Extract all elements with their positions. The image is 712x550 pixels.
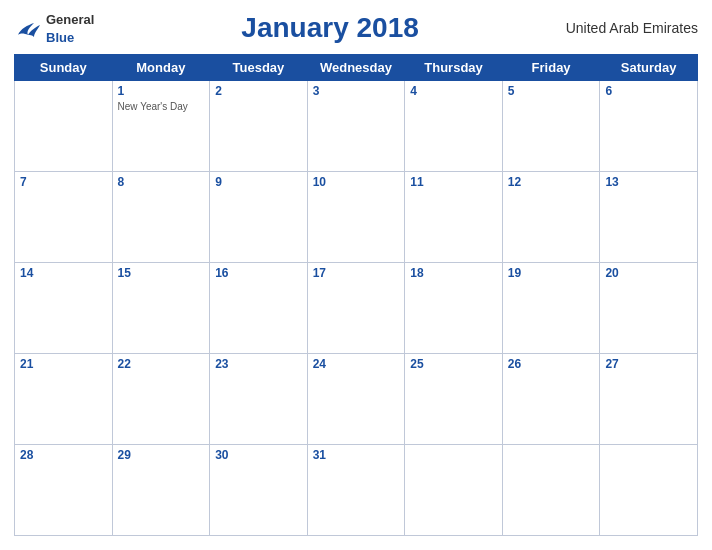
calendar-cell [502, 445, 600, 536]
calendar-week-1: 1New Year's Day23456 [15, 81, 698, 172]
day-number: 7 [20, 175, 107, 189]
day-number: 8 [118, 175, 205, 189]
calendar-cell: 21 [15, 354, 113, 445]
calendar-week-5: 28293031 [15, 445, 698, 536]
day-header-tuesday: Tuesday [210, 55, 308, 81]
calendar-cell: 1New Year's Day [112, 81, 210, 172]
calendar-cell: 19 [502, 263, 600, 354]
calendar-cell: 7 [15, 172, 113, 263]
logo-general: General [46, 12, 94, 27]
day-number: 9 [215, 175, 302, 189]
calendar-week-4: 21222324252627 [15, 354, 698, 445]
day-header-saturday: Saturday [600, 55, 698, 81]
day-number: 17 [313, 266, 400, 280]
day-number: 25 [410, 357, 497, 371]
calendar-cell: 27 [600, 354, 698, 445]
day-number: 3 [313, 84, 400, 98]
calendar-cell: 24 [307, 354, 405, 445]
calendar-cell: 8 [112, 172, 210, 263]
day-header-monday: Monday [112, 55, 210, 81]
calendar-cell [15, 81, 113, 172]
day-number: 13 [605, 175, 692, 189]
logo-text: General Blue [46, 10, 94, 46]
calendar-cell: 5 [502, 81, 600, 172]
day-number: 15 [118, 266, 205, 280]
day-number: 1 [118, 84, 205, 98]
page-header: General Blue January 2018 United Arab Em… [14, 10, 698, 46]
day-number: 31 [313, 448, 400, 462]
day-header-wednesday: Wednesday [307, 55, 405, 81]
day-number: 29 [118, 448, 205, 462]
day-number: 21 [20, 357, 107, 371]
calendar-cell: 20 [600, 263, 698, 354]
calendar-cell: 10 [307, 172, 405, 263]
day-number: 6 [605, 84, 692, 98]
logo: General Blue [14, 10, 94, 46]
calendar-week-3: 14151617181920 [15, 263, 698, 354]
day-number: 19 [508, 266, 595, 280]
calendar-cell: 26 [502, 354, 600, 445]
calendar-cell: 18 [405, 263, 503, 354]
day-number: 20 [605, 266, 692, 280]
calendar-cell: 28 [15, 445, 113, 536]
calendar-cell: 30 [210, 445, 308, 536]
day-number: 26 [508, 357, 595, 371]
day-header-sunday: Sunday [15, 55, 113, 81]
logo-blue: Blue [46, 30, 74, 45]
day-number: 27 [605, 357, 692, 371]
logo-bird-icon [14, 17, 42, 39]
calendar-cell: 12 [502, 172, 600, 263]
day-header-friday: Friday [502, 55, 600, 81]
calendar-cell: 3 [307, 81, 405, 172]
calendar-cell: 16 [210, 263, 308, 354]
calendar-cell [405, 445, 503, 536]
calendar-cell: 23 [210, 354, 308, 445]
day-number: 4 [410, 84, 497, 98]
day-number: 22 [118, 357, 205, 371]
calendar-week-2: 78910111213 [15, 172, 698, 263]
calendar-cell: 25 [405, 354, 503, 445]
day-number: 16 [215, 266, 302, 280]
calendar-cell: 6 [600, 81, 698, 172]
calendar-cell: 22 [112, 354, 210, 445]
calendar-cell: 11 [405, 172, 503, 263]
day-number: 24 [313, 357, 400, 371]
day-header-thursday: Thursday [405, 55, 503, 81]
calendar-title: January 2018 [94, 12, 565, 44]
calendar-cell: 13 [600, 172, 698, 263]
calendar-cell: 29 [112, 445, 210, 536]
calendar-cell: 17 [307, 263, 405, 354]
country-label: United Arab Emirates [566, 20, 698, 36]
calendar-cell: 14 [15, 263, 113, 354]
calendar-cell: 31 [307, 445, 405, 536]
calendar-cell: 4 [405, 81, 503, 172]
day-number: 30 [215, 448, 302, 462]
day-number: 2 [215, 84, 302, 98]
calendar-cell [600, 445, 698, 536]
event-label: New Year's Day [118, 100, 205, 113]
calendar-table: SundayMondayTuesdayWednesdayThursdayFrid… [14, 54, 698, 536]
day-number: 10 [313, 175, 400, 189]
calendar-header-row: SundayMondayTuesdayWednesdayThursdayFrid… [15, 55, 698, 81]
day-number: 11 [410, 175, 497, 189]
day-number: 18 [410, 266, 497, 280]
day-number: 5 [508, 84, 595, 98]
calendar-cell: 2 [210, 81, 308, 172]
day-number: 14 [20, 266, 107, 280]
calendar-cell: 9 [210, 172, 308, 263]
calendar-cell: 15 [112, 263, 210, 354]
day-number: 28 [20, 448, 107, 462]
day-number: 12 [508, 175, 595, 189]
day-number: 23 [215, 357, 302, 371]
